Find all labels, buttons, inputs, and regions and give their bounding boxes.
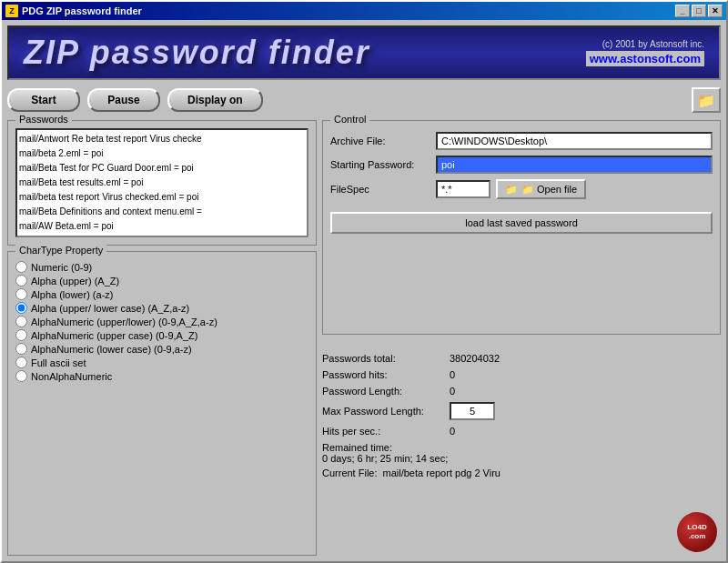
password-hits-row: Password hits: 0: [322, 369, 721, 380]
passwords-total-label: Passwords total:: [322, 353, 450, 364]
filespec-controls: 📁 📁 Open file: [436, 179, 586, 199]
list-item: mail/beta 2.eml = poi: [19, 146, 305, 161]
radio-alpha-upper[interactable]: Alpha (upper) (A_Z): [15, 275, 308, 287]
folder-icon: 📁: [505, 184, 518, 196]
radio-full-ascii[interactable]: Full ascii set: [15, 357, 308, 368]
max-password-row: Max Password Length:: [322, 402, 721, 420]
radio-alpha-upper-input[interactable]: [15, 275, 27, 287]
password-hits-value: 0: [450, 369, 455, 380]
passwords-list[interactable]: mail/Antwort Re beta test report Virus c…: [15, 128, 308, 237]
app-icon: Z: [5, 5, 18, 17]
passwords-group: Passwords mail/Antwort Re beta test repo…: [7, 120, 317, 246]
archive-file-label: Archive File:: [330, 136, 430, 146]
minimize-button[interactable]: _: [675, 5, 690, 17]
archive-file-row: Archive File:: [330, 132, 713, 150]
hits-per-sec-label: Hits per sec.:: [322, 426, 450, 437]
radio-numeric[interactable]: Numeric (0-9): [15, 261, 308, 273]
load-last-password-button[interactable]: load last saved password: [330, 212, 713, 234]
remained-time-value: 0 days; 6 hr; 25 min; 14 sec;: [322, 453, 448, 464]
radio-alphanum-both-input[interactable]: [15, 316, 27, 327]
toolbar: Start Pause Display on 📁: [7, 84, 721, 116]
password-length-value: 0: [450, 386, 455, 397]
start-button[interactable]: Start: [7, 88, 80, 112]
remained-time-section: Remained time: 0 days; 6 hr; 25 min; 14 …: [322, 442, 721, 464]
filespec-row: FileSpec 📁 📁 Open file: [330, 179, 713, 199]
radio-alpha-lower[interactable]: Alpha (lower) (a-z): [15, 288, 308, 300]
title-bar: Z PDG ZIP password finder _ □ ✕: [2, 2, 726, 20]
list-item: mail/Beta Test for PC Guard Door.eml = p…: [19, 161, 305, 176]
chartype-options: Numeric (0-9) Alpha (upper) (A_Z) Alpha …: [15, 261, 308, 382]
archive-file-input[interactable]: [436, 132, 713, 150]
radio-non-alpha[interactable]: NonAlphaNumeric: [15, 370, 308, 382]
control-group: Control Archive File: Starting Password:: [322, 120, 721, 335]
starting-password-label: Starting Password:: [330, 159, 430, 170]
folder-button[interactable]: 📁: [692, 87, 721, 113]
stats-section: Passwords total: 380204032 Password hits…: [322, 340, 721, 557]
radio-non-alpha-input[interactable]: [15, 370, 27, 382]
left-panel: Passwords mail/Antwort Re beta test repo…: [7, 120, 317, 556]
main-window: Z PDG ZIP password finder _ □ ✕ ZIP pass…: [0, 0, 728, 563]
display-on-button[interactable]: Display on: [167, 88, 263, 112]
lo4d-watermark: LO4D.com: [677, 512, 717, 552]
banner-right: (c) 2001 by Astonsoft inc. www.astonsoft…: [586, 39, 704, 66]
radio-full-ascii-input[interactable]: [15, 357, 27, 368]
right-panel: Control Archive File: Starting Password:: [322, 120, 721, 556]
banner-copyright: (c) 2001 by Astonsoft inc.: [602, 39, 704, 49]
password-length-label: Password Length:: [322, 386, 450, 397]
close-button[interactable]: ✕: [708, 5, 723, 17]
password-hits-label: Password hits:: [322, 369, 450, 380]
lo4d-logo: LO4D.com: [677, 512, 717, 552]
filespec-input[interactable]: [436, 180, 490, 198]
chartype-group: CharType Property Numeric (0-9) Alpha (u…: [7, 251, 317, 556]
maximize-button[interactable]: □: [692, 5, 706, 17]
current-file-value: mail/beta report pdg 2 Viru: [383, 467, 500, 478]
hits-per-sec-row: Hits per sec.: 0: [322, 426, 721, 437]
max-password-label: Max Password Length:: [322, 406, 450, 417]
list-item: mail/Beta test results.eml = poi: [19, 176, 305, 190]
radio-alphanum-upper-input[interactable]: [15, 329, 27, 341]
control-fields: Archive File: Starting Password: FileSpe…: [330, 132, 713, 234]
passwords-total-row: Passwords total: 380204032: [322, 353, 721, 364]
starting-password-row: Starting Password:: [330, 156, 713, 174]
radio-numeric-input[interactable]: [15, 261, 27, 273]
radio-alphanum-lower[interactable]: AlphaNumeric (lower case) (0-9,a-z): [15, 343, 308, 355]
starting-password-input[interactable]: [436, 156, 713, 174]
radio-alphanum-both[interactable]: AlphaNumeric (upper/lower) (0-9,A_Z,a-z): [15, 316, 308, 327]
radio-alpha-lower-input[interactable]: [15, 288, 27, 300]
title-bar-text: Z PDG ZIP password finder: [5, 5, 142, 17]
banner-url[interactable]: www.astonsoft.com: [586, 51, 704, 66]
chartype-group-title: CharType Property: [15, 245, 106, 256]
content-area: ZIP password finder (c) 2001 by Astonsof…: [2, 20, 726, 561]
list-item: mail/Antwort Re beta test report Virus c…: [19, 132, 305, 146]
current-file-row: Current File: mail/beta report pdg 2 Vir…: [322, 467, 721, 478]
pause-button[interactable]: Pause: [87, 88, 160, 112]
password-length-row: Password Length: 0: [322, 386, 721, 397]
banner-title: ZIP password finder: [24, 34, 370, 72]
open-file-button[interactable]: 📁 📁 Open file: [496, 179, 586, 199]
radio-alpha-both-input[interactable]: [15, 302, 27, 314]
passwords-group-title: Passwords: [15, 114, 72, 125]
list-item: mail/beta test report Virus checked.eml …: [19, 190, 305, 205]
filespec-label: FileSpec: [330, 184, 430, 195]
radio-alphanum-upper[interactable]: AlphaNumeric (upper case) (0-9,A_Z): [15, 329, 308, 341]
radio-alphanum-lower-input[interactable]: [15, 343, 27, 355]
remained-time-label: Remained time:: [322, 442, 392, 453]
current-file-label: Current File:: [322, 467, 378, 478]
control-group-title: Control: [330, 114, 369, 125]
hits-per-sec-value: 0: [450, 426, 455, 437]
radio-alpha-both[interactable]: Alpha (upper/ lower case) (A_Z,a-z): [15, 302, 308, 314]
passwords-total-value: 380204032: [450, 353, 500, 364]
list-item: mail/AW Beta.eml = poi: [19, 219, 305, 234]
main-panels: Passwords mail/Antwort Re beta test repo…: [7, 120, 721, 556]
banner: ZIP password finder (c) 2001 by Astonsof…: [7, 25, 721, 80]
list-item: mail/Beta Definitions and context menu.e…: [19, 205, 305, 219]
max-password-input[interactable]: [450, 402, 495, 420]
title-bar-controls: _ □ ✕: [675, 5, 723, 17]
